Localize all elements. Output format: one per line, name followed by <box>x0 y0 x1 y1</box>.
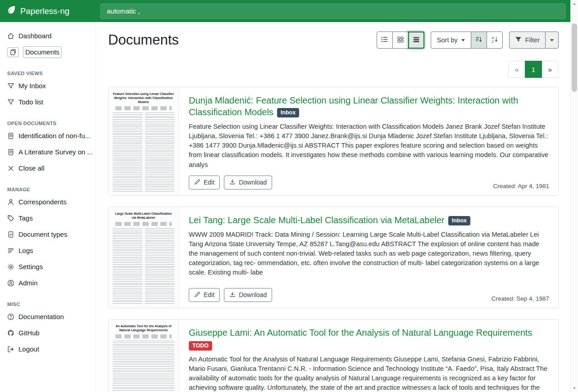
edit-label: Edit <box>204 291 214 298</box>
sidebar-item-close-all[interactable]: Close all <box>0 160 96 176</box>
document-title-link[interactable]: Lei Tang: Large Scale Multi-Label Classi… <box>189 215 445 225</box>
sidebar-item-open-document-1[interactable]: Identification of non-fu... <box>0 128 96 144</box>
filter-button[interactable]: Filter <box>509 32 546 49</box>
gear-icon <box>7 263 14 270</box>
sort-by-label: Sort by <box>437 36 458 44</box>
document-excerpt: WWW 2009 MADRID! Track: Data Mining / Se… <box>189 230 549 278</box>
documents-page: Documents <box>96 22 578 392</box>
sidebar-item-label: A Literature Survey on ... <box>18 148 93 157</box>
pagination-prev-button[interactable]: « <box>508 61 525 78</box>
house-icon <box>7 32 14 40</box>
sidebar-section-misc: MISC <box>7 302 88 307</box>
sidebar-section-manage: MANAGE <box>7 187 88 192</box>
download-label: Download <box>239 291 267 298</box>
sidebar-item-dashboard[interactable]: Dashboard <box>0 28 96 44</box>
download-button[interactable]: Download <box>224 176 272 189</box>
sidebar-item-label: GitHub <box>18 329 40 338</box>
person-icon <box>7 198 14 206</box>
logout-icon <box>7 346 14 353</box>
sidebar-item-my-inbox[interactable]: My Inbox <box>0 78 96 94</box>
thumbnail-authors-lines <box>115 222 172 226</box>
pagination-page-1-button[interactable]: 1 <box>525 61 542 78</box>
sidebar-section-open-documents: OPEN DOCUMENTS <box>7 121 88 126</box>
sidebar-item-document-types[interactable]: Document types <box>0 226 96 243</box>
sidebar-item-github[interactable]: GitHub <box>0 325 96 341</box>
thumbnail-preview-lines <box>113 341 174 392</box>
funnel-icon <box>7 99 14 106</box>
sidebar-item-todo-list[interactable]: Todo list <box>0 94 96 110</box>
download-button[interactable]: Download <box>224 288 272 302</box>
thumbnail-authors-lines <box>115 106 172 110</box>
documents-toolbar: Sort by AZ <box>377 32 559 49</box>
sidebar-item-logout[interactable]: Logout <box>0 341 96 357</box>
sidebar-item-documents[interactable]: Documents <box>0 44 96 60</box>
sidebar-item-label: Tags <box>18 214 33 223</box>
sidebar-item-label: Settings <box>18 262 43 271</box>
document-thumbnail[interactable]: An Automatic Tool for the Analysis of Na… <box>109 320 179 392</box>
thumbnail-preview-lines <box>113 113 174 192</box>
sort-alphabetical-button[interactable]: AZ <box>487 32 503 49</box>
close-icon <box>7 165 14 172</box>
document-card: An Automatic Tool for the Analysis of Na… <box>108 319 559 392</box>
sidebar-item-label: Todo list <box>18 98 43 107</box>
sidebar-item-label: Dashboard <box>18 32 51 41</box>
scroll-down-arrow[interactable]: ▼ <box>571 385 578 392</box>
global-search-input[interactable] <box>100 4 565 19</box>
brand-label: Paperless-ng <box>20 6 69 16</box>
pagination-next-button[interactable]: » <box>542 61 559 78</box>
svg-text:Z: Z <box>492 39 494 43</box>
sidebar-item-label: My Inbox <box>18 81 46 90</box>
list-icon <box>7 247 14 254</box>
document-title-link[interactable]: Giuseppe Lami: An Automatic Tool for the… <box>189 328 532 338</box>
pencil-icon <box>194 291 200 299</box>
sort-by-dropdown[interactable]: Sort by <box>431 32 471 49</box>
view-mode-group <box>377 32 424 49</box>
edit-button[interactable]: Edit <box>189 288 220 302</box>
tag-icon <box>7 215 14 222</box>
document-thumbnail[interactable]: Large Scale Multi-Label Classification v… <box>109 207 179 308</box>
sidebar-item-open-document-2[interactable]: A Literature Survey on ... <box>0 144 96 160</box>
document-card: Feature Selection using Linear Classifie… <box>108 87 559 196</box>
sidebar-item-settings[interactable]: Settings <box>0 259 96 275</box>
document-excerpt: An Automatic Tool for the Analysis of Na… <box>189 355 549 392</box>
tag-badge-inbox[interactable]: Inbox <box>448 216 470 225</box>
filter-dropdown-toggle[interactable] <box>545 32 559 49</box>
view-details-button[interactable] <box>408 32 424 49</box>
file-text-icon <box>7 149 14 156</box>
sidebar-item-documentation[interactable]: Documentation <box>0 309 96 325</box>
sidebar-item-label: Documentation <box>18 312 64 321</box>
pencil-icon <box>194 179 200 186</box>
sort-down-icon <box>475 36 482 45</box>
filter-group: Filter <box>509 32 559 49</box>
tag-badge-todo[interactable]: TODO <box>189 341 212 351</box>
document-thumbnail[interactable]: Feature Selection using Linear Classifie… <box>109 87 179 195</box>
sidebar-item-correspondents[interactable]: Correspondents <box>0 194 96 210</box>
funnel-icon <box>515 36 522 44</box>
sidebar-item-logs[interactable]: Logs <box>0 243 96 259</box>
document-title-link[interactable]: Dunja Mladenić: Feature Selection using … <box>189 95 518 117</box>
edit-button[interactable]: Edit <box>189 176 220 189</box>
view-table-button[interactable] <box>377 32 393 49</box>
view-grid-button[interactable] <box>392 32 409 49</box>
brand[interactable]: Paperless-ng <box>0 5 96 17</box>
vertical-scrollbar[interactable]: ▲ ▼ <box>570 0 578 392</box>
tag-badge-inbox[interactable]: Inbox <box>277 108 299 117</box>
page-title: Documents <box>108 32 179 48</box>
edit-label: Edit <box>204 179 214 186</box>
sidebar-item-label: Admin <box>18 279 38 288</box>
sort-group: Sort by AZ <box>431 32 503 49</box>
sort-alpha-down-icon: AZ <box>491 36 498 45</box>
sidebar-item-tags[interactable]: Tags <box>0 210 96 226</box>
sidebar-item-admin[interactable]: Admin <box>0 275 96 291</box>
person-circle-icon <box>7 279 14 287</box>
question-circle-icon <box>7 313 14 320</box>
scrollbar-thumb[interactable] <box>572 23 577 92</box>
sidebar: Dashboard Documents SAVED VIEWS My Inbox… <box>0 22 96 392</box>
sidebar-item-label: Document types <box>18 230 67 239</box>
scroll-up-arrow[interactable]: ▲ <box>571 0 578 7</box>
download-icon <box>229 291 236 299</box>
sort-direction-descending-button[interactable] <box>471 32 487 49</box>
thumbnail-title: An Automatic Tool for the Analysis of Na… <box>113 324 174 332</box>
chevron-down-icon <box>461 39 465 41</box>
download-label: Download <box>239 179 267 186</box>
